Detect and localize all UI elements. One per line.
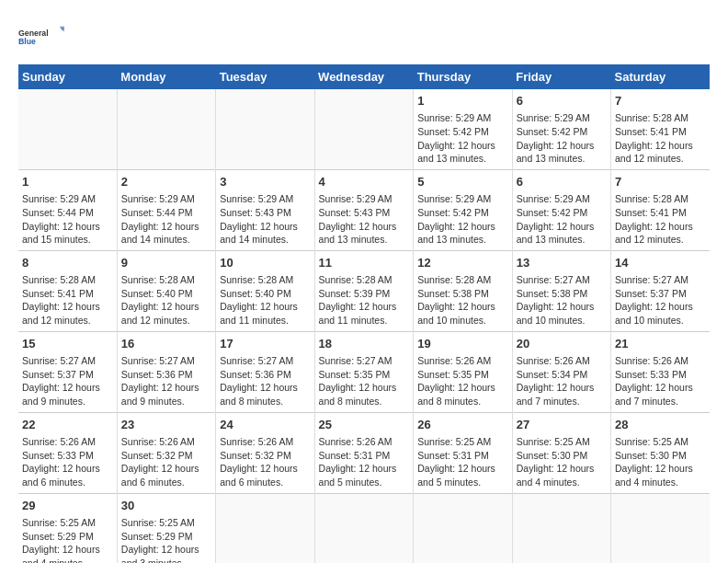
day-info: Sunrise: 5:29 AMSunset: 5:43 PMDaylight:…	[319, 192, 410, 247]
calendar-cell: 22Sunrise: 5:26 AMSunset: 5:33 PMDayligh…	[18, 412, 117, 493]
calendar-cell: 16Sunrise: 5:27 AMSunset: 5:36 PMDayligh…	[117, 331, 215, 412]
calendar-cell	[216, 493, 314, 563]
calendar-cell: 13Sunrise: 5:27 AMSunset: 5:38 PMDayligh…	[512, 250, 610, 331]
day-number: 9	[121, 255, 211, 271]
calendar-cell: 30Sunrise: 5:25 AMSunset: 5:29 PMDayligh…	[117, 493, 215, 563]
calendar-cell	[18, 89, 117, 169]
calendar-cell: 10Sunrise: 5:28 AMSunset: 5:40 PMDayligh…	[216, 250, 314, 331]
day-number: 23	[121, 417, 211, 433]
header-row: Sunday Monday Tuesday Wednesday Thursday…	[18, 64, 710, 89]
day-info: Sunrise: 5:28 AMSunset: 5:40 PMDaylight:…	[121, 273, 211, 327]
calendar-cell: 7Sunrise: 5:28 AMSunset: 5:41 PMDaylight…	[611, 169, 711, 250]
day-number: 1	[22, 174, 113, 190]
day-number: 18	[319, 336, 410, 352]
calendar-cell: 4Sunrise: 5:29 AMSunset: 5:43 PMDaylight…	[314, 169, 414, 250]
logo: General Blue	[18, 18, 64, 55]
day-info: Sunrise: 5:25 AMSunset: 5:29 PMDaylight:…	[121, 516, 211, 563]
calendar-cell: 1Sunrise: 5:29 AMSunset: 5:44 PMDaylight…	[18, 169, 117, 250]
day-number: 19	[417, 336, 507, 352]
day-number: 11	[319, 255, 410, 271]
calendar-cell: 6Sunrise: 5:29 AMSunset: 5:42 PMDaylight…	[512, 169, 610, 250]
calendar-cell	[414, 493, 512, 563]
day-number: 15	[22, 336, 113, 352]
day-info: Sunrise: 5:29 AMSunset: 5:42 PMDaylight:…	[417, 192, 507, 247]
day-number: 13	[517, 255, 607, 271]
day-number: 6	[517, 174, 607, 190]
day-number: 29	[22, 498, 113, 514]
calendar-cell: 12Sunrise: 5:28 AMSunset: 5:38 PMDayligh…	[414, 250, 512, 331]
calendar-cell: 24Sunrise: 5:26 AMSunset: 5:32 PMDayligh…	[216, 412, 314, 493]
day-info: Sunrise: 5:28 AMSunset: 5:41 PMDaylight:…	[615, 192, 706, 247]
day-info: Sunrise: 5:26 AMSunset: 5:33 PMDaylight:…	[22, 435, 113, 489]
day-number: 26	[417, 417, 507, 433]
calendar-row: 1Sunrise: 5:29 AMSunset: 5:44 PMDaylight…	[18, 169, 710, 250]
day-number: 10	[220, 255, 310, 271]
calendar-cell: 25Sunrise: 5:26 AMSunset: 5:31 PMDayligh…	[314, 412, 414, 493]
day-number: 2	[121, 174, 211, 190]
day-number: 6	[517, 93, 607, 109]
day-number: 17	[220, 336, 310, 352]
day-info: Sunrise: 5:27 AMSunset: 5:37 PMDaylight:…	[22, 354, 113, 408]
calendar-cell	[314, 493, 414, 563]
day-info: Sunrise: 5:26 AMSunset: 5:33 PMDaylight:…	[615, 354, 706, 408]
day-number: 28	[615, 417, 706, 433]
day-info: Sunrise: 5:29 AMSunset: 5:44 PMDaylight:…	[22, 192, 113, 247]
day-info: Sunrise: 5:27 AMSunset: 5:38 PMDaylight:…	[517, 273, 607, 327]
day-info: Sunrise: 5:27 AMSunset: 5:37 PMDaylight:…	[615, 273, 706, 327]
calendar-cell: 28Sunrise: 5:25 AMSunset: 5:30 PMDayligh…	[611, 412, 711, 493]
logo-svg: General Blue	[18, 18, 64, 55]
day-number: 25	[319, 417, 410, 433]
day-number: 7	[615, 93, 706, 109]
calendar-cell	[512, 493, 610, 563]
day-info: Sunrise: 5:25 AMSunset: 5:30 PMDaylight:…	[615, 435, 706, 489]
day-info: Sunrise: 5:27 AMSunset: 5:36 PMDaylight:…	[121, 354, 211, 408]
calendar-cell	[611, 493, 711, 563]
calendar-cell: 26Sunrise: 5:25 AMSunset: 5:31 PMDayligh…	[414, 412, 512, 493]
day-info: Sunrise: 5:25 AMSunset: 5:30 PMDaylight:…	[517, 435, 607, 489]
calendar-cell: 7Sunrise: 5:28 AMSunset: 5:41 PMDaylight…	[611, 89, 711, 169]
calendar-cell	[314, 89, 414, 169]
day-info: Sunrise: 5:27 AMSunset: 5:35 PMDaylight:…	[319, 354, 410, 408]
calendar-cell: 18Sunrise: 5:27 AMSunset: 5:35 PMDayligh…	[314, 331, 414, 412]
svg-text:General: General	[18, 29, 49, 38]
day-info: Sunrise: 5:25 AMSunset: 5:31 PMDaylight:…	[417, 435, 507, 489]
calendar-cell: 5Sunrise: 5:29 AMSunset: 5:42 PMDaylight…	[414, 169, 512, 250]
day-number: 5	[417, 174, 507, 190]
day-info: Sunrise: 5:25 AMSunset: 5:29 PMDaylight:…	[22, 516, 113, 563]
calendar-cell: 29Sunrise: 5:25 AMSunset: 5:29 PMDayligh…	[18, 493, 117, 563]
col-thursday: Thursday	[414, 64, 512, 89]
day-info: Sunrise: 5:26 AMSunset: 5:32 PMDaylight:…	[121, 435, 211, 489]
calendar-cell: 9Sunrise: 5:28 AMSunset: 5:40 PMDaylight…	[117, 250, 215, 331]
day-info: Sunrise: 5:29 AMSunset: 5:42 PMDaylight:…	[517, 192, 607, 247]
calendar-cell: 14Sunrise: 5:27 AMSunset: 5:37 PMDayligh…	[611, 250, 711, 331]
day-info: Sunrise: 5:27 AMSunset: 5:36 PMDaylight:…	[220, 354, 310, 408]
calendar-row: 8Sunrise: 5:28 AMSunset: 5:41 PMDaylight…	[18, 250, 710, 331]
day-info: Sunrise: 5:26 AMSunset: 5:31 PMDaylight:…	[319, 435, 410, 489]
day-info: Sunrise: 5:28 AMSunset: 5:41 PMDaylight:…	[22, 273, 113, 327]
day-number: 3	[220, 174, 310, 190]
day-info: Sunrise: 5:26 AMSunset: 5:32 PMDaylight:…	[220, 435, 310, 489]
calendar-cell: 21Sunrise: 5:26 AMSunset: 5:33 PMDayligh…	[611, 331, 711, 412]
col-friday: Friday	[512, 64, 610, 89]
calendar-row: 1Sunrise: 5:29 AMSunset: 5:42 PMDaylight…	[18, 89, 710, 169]
day-info: Sunrise: 5:29 AMSunset: 5:42 PMDaylight:…	[417, 111, 507, 166]
day-number: 21	[615, 336, 706, 352]
day-number: 20	[517, 336, 607, 352]
day-number: 12	[417, 255, 507, 271]
calendar-cell: 17Sunrise: 5:27 AMSunset: 5:36 PMDayligh…	[216, 331, 314, 412]
day-info: Sunrise: 5:26 AMSunset: 5:35 PMDaylight:…	[417, 354, 507, 408]
calendar-cell: 23Sunrise: 5:26 AMSunset: 5:32 PMDayligh…	[117, 412, 215, 493]
calendar-cell	[216, 89, 314, 169]
day-info: Sunrise: 5:29 AMSunset: 5:42 PMDaylight:…	[517, 111, 607, 166]
calendar-table: Sunday Monday Tuesday Wednesday Thursday…	[18, 64, 710, 563]
day-info: Sunrise: 5:29 AMSunset: 5:44 PMDaylight:…	[121, 192, 211, 247]
calendar-cell: 3Sunrise: 5:29 AMSunset: 5:43 PMDaylight…	[216, 169, 314, 250]
day-number: 16	[121, 336, 211, 352]
calendar-cell: 8Sunrise: 5:28 AMSunset: 5:41 PMDaylight…	[18, 250, 117, 331]
svg-text:Blue: Blue	[18, 37, 36, 46]
calendar-row: 29Sunrise: 5:25 AMSunset: 5:29 PMDayligh…	[18, 493, 710, 563]
day-number: 7	[615, 174, 706, 190]
calendar-cell: 6Sunrise: 5:29 AMSunset: 5:42 PMDaylight…	[512, 89, 610, 169]
day-info: Sunrise: 5:28 AMSunset: 5:38 PMDaylight:…	[417, 273, 507, 327]
calendar-cell: 27Sunrise: 5:25 AMSunset: 5:30 PMDayligh…	[512, 412, 610, 493]
